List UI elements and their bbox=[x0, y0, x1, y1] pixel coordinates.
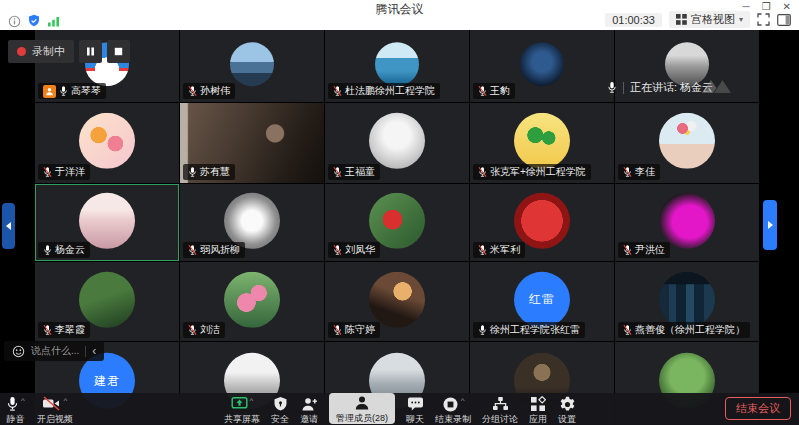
mute-icon bbox=[6, 396, 19, 416]
security-icon bbox=[273, 396, 288, 416]
participant-name-pill: 于洋洋 bbox=[38, 164, 90, 180]
avatar-blue-text: 红雷 bbox=[514, 271, 570, 327]
toolbar-icon-row: ^ bbox=[231, 396, 254, 413]
share-icon bbox=[231, 396, 248, 415]
participant-tile[interactable]: 苏有慧 bbox=[180, 103, 324, 183]
chevron-up-icon[interactable]: ^ bbox=[250, 397, 254, 405]
recording-label: 录制中 bbox=[32, 44, 65, 59]
next-page-button[interactable] bbox=[763, 200, 777, 250]
stop-recording-button[interactable] bbox=[107, 40, 130, 63]
participant-name-pill: 王福童 bbox=[328, 164, 380, 180]
participant-name: 张克军+徐州工程学院 bbox=[490, 165, 586, 179]
toolbar-label: 开启视频 bbox=[37, 414, 73, 424]
mic-muted-icon bbox=[333, 166, 342, 178]
collapse-chat-icon[interactable]: ‹ bbox=[92, 346, 96, 356]
participant-tile[interactable]: 陈守婷 bbox=[325, 262, 469, 341]
shield-icon[interactable] bbox=[28, 14, 40, 28]
participant-name: 孙树伟 bbox=[200, 84, 230, 98]
avatar-bw-flower bbox=[224, 192, 280, 248]
toolbar-settings-button[interactable]: 设置 bbox=[558, 396, 576, 424]
participant-name: 王豹 bbox=[490, 84, 510, 98]
participant-name-pill: 弱风折柳 bbox=[183, 242, 245, 258]
divider bbox=[85, 346, 86, 357]
toolbar-invite-button[interactable]: 邀请 bbox=[300, 396, 318, 424]
participant-tile[interactable]: 李翠霞 bbox=[35, 262, 179, 341]
fullscreen-icon[interactable] bbox=[757, 13, 770, 26]
toolbar-mute-button[interactable]: ^静音 bbox=[6, 396, 25, 424]
participant-tile[interactable]: 王豹 bbox=[470, 30, 614, 102]
participant-tile[interactable]: 尹洪位 bbox=[615, 184, 759, 261]
participant-name: 弱风折柳 bbox=[200, 243, 240, 257]
avatar-city bbox=[659, 271, 715, 327]
mic-muted-icon bbox=[43, 166, 52, 178]
mic-on-icon bbox=[43, 244, 52, 256]
participant-name-pill: 燕善俊（徐州工程学院） bbox=[618, 322, 750, 338]
participant-name-pill: 刘洁 bbox=[183, 322, 225, 338]
toolbar-stoprec-button[interactable]: ^结束录制 bbox=[435, 396, 471, 424]
chevron-down-icon: ▾ bbox=[739, 15, 743, 24]
participant-tile[interactable]: 红雷徐州工程学院张红雷 bbox=[470, 262, 614, 341]
emoji-icon[interactable] bbox=[12, 345, 25, 358]
participant-tile[interactable]: 孙树伟 bbox=[180, 30, 324, 102]
recording-indicator: 录制中 bbox=[8, 40, 130, 63]
participant-name-pill: 李佳 bbox=[618, 164, 660, 180]
avatar-berry bbox=[369, 192, 425, 248]
toolbar-icon-row bbox=[301, 396, 318, 413]
participant-name-pill: 米军利 bbox=[473, 242, 525, 258]
side-panel-icon[interactable] bbox=[777, 14, 791, 26]
participant-name-pill: 苏有慧 bbox=[183, 164, 235, 180]
toolbar-icon-row bbox=[530, 396, 546, 413]
participant-tile[interactable]: 王福童 bbox=[325, 103, 469, 183]
participant-tile[interactable]: 张克军+徐州工程学院 bbox=[470, 103, 614, 183]
toolbar-chat-button[interactable]: 聊天 bbox=[406, 396, 424, 424]
chevron-up-icon[interactable]: ^ bbox=[21, 397, 25, 405]
participant-tile[interactable]: 燕善俊（徐州工程学院） bbox=[615, 262, 759, 341]
participant-tile[interactable]: 杨金云 bbox=[35, 184, 179, 261]
end-meeting-button[interactable]: 结束会议 bbox=[725, 397, 791, 420]
chevron-up-icon[interactable]: ^ bbox=[461, 397, 465, 405]
signal-icon[interactable] bbox=[47, 16, 61, 27]
prev-page-button[interactable] bbox=[2, 203, 15, 249]
participant-tile[interactable]: 杜法鹏徐州工程学院 bbox=[325, 30, 469, 102]
toolbar-label: 静音 bbox=[6, 414, 24, 424]
toolbar-members-button[interactable]: 管理成员(28) bbox=[329, 393, 395, 424]
avatar-red-knot bbox=[514, 192, 570, 248]
grid-view-icon bbox=[676, 14, 687, 25]
arrow-right-icon bbox=[768, 221, 773, 229]
participant-tile[interactable]: 米军利 bbox=[470, 184, 614, 261]
participant-tile[interactable]: 李佳 bbox=[615, 103, 759, 183]
participant-name-pill: 徐州工程学院张红雷 bbox=[473, 322, 585, 338]
avatar-lotus bbox=[224, 271, 280, 327]
toolbar-camera-button[interactable]: ^开启视频 bbox=[37, 396, 73, 424]
mic-muted-icon bbox=[623, 166, 632, 178]
recording-dot-icon bbox=[17, 47, 26, 56]
toolbar-share-button[interactable]: ^共享屏幕 bbox=[224, 396, 260, 424]
toolbar-apps-button[interactable]: 应用 bbox=[529, 396, 547, 424]
chat-placeholder: 说点什么... bbox=[31, 344, 79, 358]
layout-view-button[interactable]: 宫格视图 ▾ bbox=[669, 11, 750, 28]
avatar-woman-pink bbox=[79, 192, 135, 248]
participant-tile[interactable]: 于洋洋 bbox=[35, 103, 179, 183]
toolbar-label: 分组讨论 bbox=[482, 414, 518, 424]
toolbar-security-button[interactable]: 安全 bbox=[271, 396, 289, 424]
participant-tile[interactable]: 刘洁 bbox=[180, 262, 324, 341]
mic-muted-icon bbox=[623, 324, 632, 336]
meeting-timer: 01:00:33 bbox=[605, 13, 662, 27]
quick-chat-bar[interactable]: 说点什么... ‹ bbox=[4, 341, 104, 361]
participant-tile[interactable]: 刘凤华 bbox=[325, 184, 469, 261]
mic-muted-icon bbox=[333, 244, 342, 256]
avatar-bouquet bbox=[659, 113, 715, 169]
participant-name: 燕善俊（徐州工程学院） bbox=[635, 323, 745, 337]
chevron-up-icon[interactable]: ^ bbox=[63, 397, 67, 405]
camera-icon bbox=[42, 396, 61, 415]
participant-tile[interactable]: 弱风折柳 bbox=[180, 184, 324, 261]
toolbar-label: 共享屏幕 bbox=[224, 414, 260, 424]
meeting-status-icons bbox=[8, 14, 61, 28]
toolbar-breakout-button[interactable]: 分组讨论 bbox=[482, 396, 518, 424]
participant-name: 刘凤华 bbox=[345, 243, 375, 257]
pause-recording-button[interactable] bbox=[79, 40, 102, 63]
chat-icon bbox=[407, 396, 424, 416]
info-icon[interactable] bbox=[8, 15, 21, 28]
participant-name: 陈守婷 bbox=[345, 323, 375, 337]
avatar-sea bbox=[375, 42, 419, 86]
